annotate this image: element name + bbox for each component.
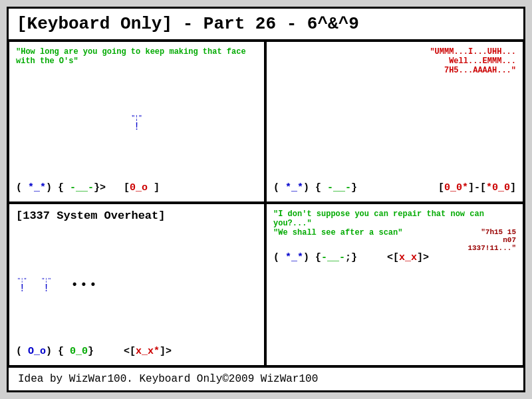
antenna-3: "¦" !: [41, 277, 51, 295]
panel4-chars: ( *_*) {-__-;} <[x_x]>: [273, 252, 516, 263]
panel4-speech3: "7h15 15n071337!11...": [467, 228, 516, 252]
panel-2: "UMMM...I...UHH...Well...EMMM...7H5...AA…: [266, 41, 523, 203]
antenna-2: "¦" !: [17, 277, 27, 295]
panel1-speech: "How long are you going to keep making t…: [16, 47, 257, 66]
panel2-chars: ( *_*) { -__-} [0_0*]-[*0_0]: [273, 182, 516, 194]
panel-4: "I don't suppose you can repair that now…: [266, 203, 523, 366]
panel4-speech2: "We shall see after a scan": [273, 228, 402, 237]
title-text: [Keyboard Only] - Part 26 - 6^&^9: [17, 14, 359, 34]
panel-1: "How long are you going to keep making t…: [9, 41, 266, 203]
panel4-speech1: "I don't suppose you can repair that now…: [273, 209, 516, 228]
panel-3: [1337 System Overheat] "¦" ! "¦" ! ••• (…: [9, 203, 266, 366]
panel3-emotes: "¦" ! "¦" ! •••: [16, 225, 257, 346]
main-container: [Keyboard Only] - Part 26 - 6^&^9 "How l…: [7, 7, 525, 392]
title-bar: [Keyboard Only] - Part 26 - 6^&^9: [9, 9, 523, 41]
antenna-1: "¦" !: [131, 116, 142, 132]
panel3-chars: ( O_o) { 0_0} <[x_x*]>: [16, 346, 257, 357]
panel3-label: [1337 System Overheat]: [16, 209, 257, 222]
footer-text: Idea by WizWar100. Keyboard Only©2009 Wi…: [18, 373, 318, 385]
ellipsis: •••: [71, 279, 98, 292]
panels-grid: "How long are you going to keep making t…: [9, 41, 523, 368]
panel2-speech: "UMMM...I...UHH...Well...EMMM...7H5...AA…: [273, 47, 516, 75]
panel1-chars: ( *_*) { -__-}> [0_o ]: [16, 182, 257, 194]
footer: Idea by WizWar100. Keyboard Only©2009 Wi…: [9, 368, 523, 390]
